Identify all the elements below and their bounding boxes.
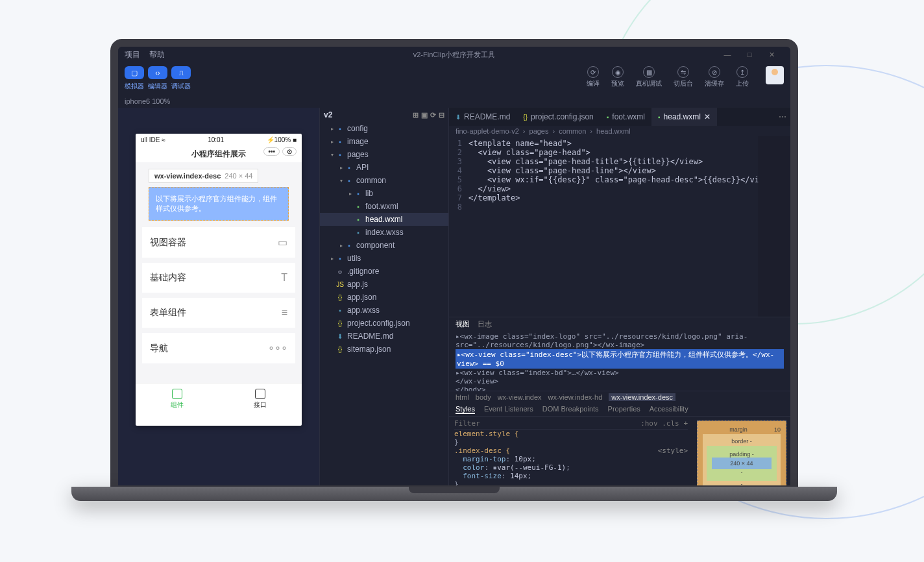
grid-icon xyxy=(172,389,182,399)
filter-input[interactable]: Filter xyxy=(454,419,480,428)
hov-toggle[interactable]: :hov xyxy=(640,419,658,428)
file-explorer: v2 ⊞ ▣ ⟳ ⊟ ▸▪config ▸▪image ▾▪pages ▸▪AP… xyxy=(319,108,449,485)
capsule-more-icon[interactable]: ••• xyxy=(263,147,280,156)
devtools-tab-log[interactable]: 日志 xyxy=(478,319,492,329)
tab-components[interactable]: 组件 xyxy=(136,384,219,414)
code-editor[interactable]: 1<template name="head"> 2 <view class="p… xyxy=(449,136,790,317)
breakpoints-tab[interactable]: DOM Breakpoints xyxy=(542,405,599,414)
dom-tree[interactable]: ▸<wx-image class="index-logo" src="../re… xyxy=(449,331,790,391)
cls-toggle[interactable]: .cls xyxy=(662,419,679,428)
tab-more-icon[interactable]: ⋯ xyxy=(775,112,790,121)
laptop-frame: 项目 帮助 v2-FinClip小程序开发工具 — □ ✕ ▢ ‹› ⎍ xyxy=(110,39,798,506)
status-carrier: ull IDE ≈ xyxy=(141,136,165,143)
list-item[interactable]: 导航∘∘∘ xyxy=(142,333,295,363)
breadcrumb[interactable]: fino-applet-demo-v2›pages›common›head.wx… xyxy=(449,126,790,136)
action-upload[interactable]: ↥上传 xyxy=(736,66,749,88)
status-time: 10:01 xyxy=(208,136,224,143)
toolbar: ▢ ‹› ⎍ 模拟器 编辑器 调试器 ⟳编译 ◉预览 ▦真机调试 ⇋切后台 ⊘ xyxy=(118,62,790,95)
pill-debugger[interactable]: ⎍ xyxy=(171,66,191,79)
file-index-wxss[interactable]: ▪index.wxss xyxy=(320,226,448,239)
action-remote[interactable]: ▦真机调试 xyxy=(636,66,662,88)
file-gitignore[interactable]: ⌾.gitignore xyxy=(320,265,448,278)
tab-foot[interactable]: ▪foot.wxml xyxy=(600,108,651,126)
window-title: v2-FinClip小程序开发工具 xyxy=(118,50,790,60)
device-label: iphone6 100% xyxy=(125,97,170,105)
new-folder-icon[interactable]: ▣ xyxy=(421,111,428,119)
folder-utils[interactable]: ▸▪utils xyxy=(320,252,448,265)
folder-config[interactable]: ▸▪config xyxy=(320,122,448,135)
devtools-tab-view[interactable]: 视图 xyxy=(456,319,470,329)
pill-editor[interactable]: ‹› xyxy=(148,66,167,79)
box-model-content: 240 × 44 xyxy=(712,458,772,469)
label-simulator: 模拟器 xyxy=(125,82,144,91)
folder-component[interactable]: ▸▪component xyxy=(320,239,448,252)
devtools: 视图 日志 ▸<wx-image class="index-logo" src=… xyxy=(449,317,790,485)
tab-close-icon[interactable]: ✕ xyxy=(704,112,711,121)
editor-area: ⬇README.md {}project.config.json ▪foot.w… xyxy=(449,108,790,485)
inspect-highlight: 以下将展示小程序官方组件能力，组件样式仅供参考。 xyxy=(149,187,289,221)
dom-breadcrumb[interactable]: html body wx-view.index wx-view.index-hd… xyxy=(449,391,790,403)
phone-frame: ull IDE ≈ 10:01 ⚡100% ■ 小程序组件展示 ••• ⊙ xyxy=(136,134,302,426)
styles-tab[interactable]: Styles xyxy=(456,405,475,414)
file-app-js[interactable]: JSapp.js xyxy=(320,278,448,291)
nav-icon: ∘∘∘ xyxy=(268,342,287,354)
minimap[interactable] xyxy=(758,136,790,317)
file-head-wxml[interactable]: ▪head.wxml xyxy=(320,213,448,226)
box-model: margin 10 border - padding - 240 × 44 - xyxy=(693,417,790,485)
add-rule-icon[interactable]: + xyxy=(683,419,688,428)
action-switch[interactable]: ⇋切后台 xyxy=(674,66,693,88)
file-app-wxss[interactable]: ▪app.wxss xyxy=(320,304,448,317)
menubar: 项目 帮助 v2-FinClip小程序开发工具 — □ ✕ xyxy=(118,47,790,62)
min-icon[interactable]: — xyxy=(723,51,732,59)
editor-tabbar: ⬇README.md {}project.config.json ▪foot.w… xyxy=(449,108,790,126)
collapse-icon[interactable]: ⊟ xyxy=(439,111,444,119)
properties-tab[interactable]: Properties xyxy=(608,405,640,414)
tab-api[interactable]: 接口 xyxy=(219,384,302,414)
action-cache[interactable]: ⊘清缓存 xyxy=(705,66,724,88)
list-item[interactable]: 视图容器▭ xyxy=(142,227,295,258)
status-battery: ⚡100% ■ xyxy=(267,136,297,143)
form-icon: ≡ xyxy=(282,307,287,319)
label-debugger: 调试器 xyxy=(171,82,191,91)
menu-help[interactable]: 帮助 xyxy=(149,49,165,60)
inspect-tooltip: wx-view.index-desc240 × 44 xyxy=(149,169,258,183)
folder-image[interactable]: ▸▪image xyxy=(320,135,448,148)
list-item[interactable]: 表单组件≡ xyxy=(142,298,295,328)
folder-common[interactable]: ▾▪common xyxy=(320,174,448,187)
refresh-icon[interactable]: ⟳ xyxy=(430,111,436,119)
tab-readme[interactable]: ⬇README.md xyxy=(449,108,517,126)
max-icon[interactable]: □ xyxy=(745,51,754,59)
a11y-tab[interactable]: Accessibility xyxy=(650,405,688,414)
list-item[interactable]: 基础内容T xyxy=(142,263,295,293)
file-app-json[interactable]: {}app.json xyxy=(320,291,448,304)
action-preview[interactable]: ◉预览 xyxy=(611,66,624,88)
menu-project[interactable]: 项目 xyxy=(125,49,140,60)
capsule-close-icon[interactable]: ⊙ xyxy=(282,147,297,156)
api-icon xyxy=(255,389,265,399)
folder-pages[interactable]: ▾▪pages xyxy=(320,148,448,161)
explorer-root[interactable]: v2 xyxy=(324,110,332,119)
miniapp-title: 小程序组件展示 xyxy=(191,149,246,158)
folder-lib[interactable]: ▸▪lib xyxy=(320,187,448,200)
simulator-panel: ull IDE ≈ 10:01 ⚡100% ■ 小程序组件展示 ••• ⊙ xyxy=(118,108,319,485)
new-file-icon[interactable]: ⊞ xyxy=(413,111,419,119)
close-icon[interactable]: ✕ xyxy=(767,51,776,59)
styles-panel[interactable]: Filter :hov .cls + element.style { } <st… xyxy=(449,417,693,485)
action-compile[interactable]: ⟳编译 xyxy=(587,66,600,88)
tab-head[interactable]: ▪head.wxml✕ xyxy=(651,108,717,126)
container-icon: ▭ xyxy=(278,236,287,249)
tab-project-config[interactable]: {}project.config.json xyxy=(517,108,600,126)
dom-selected-node[interactable]: ▸<wx-view class="index-desc">以下将展示小程序官方组… xyxy=(456,349,784,369)
pill-simulator[interactable]: ▢ xyxy=(125,66,144,79)
file-sitemap[interactable]: {}sitemap.json xyxy=(320,343,448,356)
label-editor: 编辑器 xyxy=(148,82,167,91)
file-project-config[interactable]: {}project.config.json xyxy=(320,317,448,330)
device-bar[interactable]: iphone6 100% xyxy=(118,95,790,108)
avatar[interactable] xyxy=(766,66,784,84)
file-readme[interactable]: ⬇README.md xyxy=(320,330,448,343)
file-foot-wxml[interactable]: ▪foot.wxml xyxy=(320,200,448,213)
listeners-tab[interactable]: Event Listeners xyxy=(484,405,533,414)
text-icon: T xyxy=(281,272,287,284)
ide-window: 项目 帮助 v2-FinClip小程序开发工具 — □ ✕ ▢ ‹› ⎍ xyxy=(118,47,790,485)
folder-api[interactable]: ▸▪API xyxy=(320,161,448,174)
